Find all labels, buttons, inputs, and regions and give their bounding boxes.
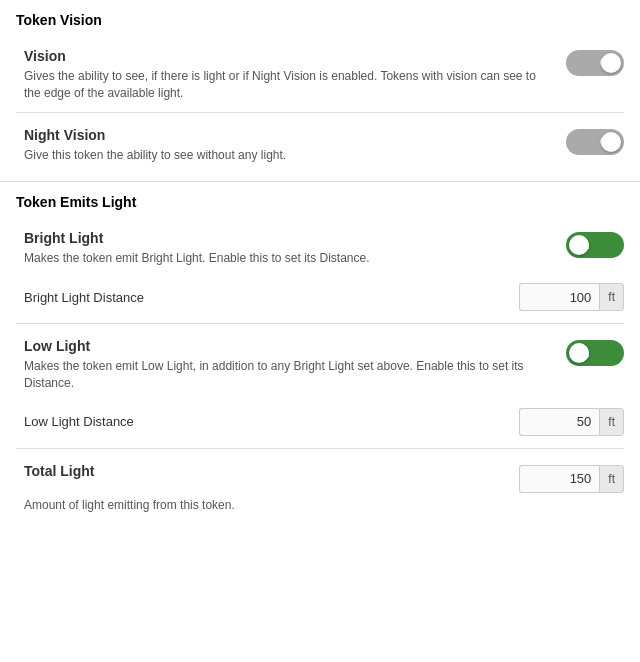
vision-info: Vision Gives the ability to see, if ther… bbox=[24, 48, 566, 102]
total-light-distance-group: ft bbox=[519, 465, 624, 493]
bright-light-setting-row: Bright Light Makes the token emit Bright… bbox=[16, 220, 624, 277]
vision-toggle-container: Off bbox=[566, 50, 624, 76]
bright-light-distance-row: Bright Light Distance ft bbox=[16, 277, 624, 323]
token-emits-light-section: Token Emits Light Bright Light Makes the… bbox=[0, 182, 640, 525]
total-light-description: Amount of light emitting from this token… bbox=[16, 497, 624, 526]
total-light-label: Total Light bbox=[24, 463, 499, 479]
low-light-toggle-knob bbox=[569, 343, 589, 363]
low-light-toggle[interactable]: On bbox=[566, 340, 624, 366]
vision-toggle[interactable]: Off bbox=[566, 50, 624, 76]
night-vision-info: Night Vision Give this token the ability… bbox=[24, 127, 566, 164]
bright-light-toggle-container: On bbox=[566, 232, 624, 258]
night-vision-toggle[interactable]: Off bbox=[566, 129, 624, 155]
low-light-distance-group: ft bbox=[519, 408, 624, 436]
total-light-distance-input[interactable] bbox=[519, 465, 599, 493]
low-light-distance-unit: ft bbox=[599, 408, 624, 436]
night-vision-label: Night Vision bbox=[24, 127, 546, 143]
bright-light-toggle-knob bbox=[569, 235, 589, 255]
low-light-distance-row: Low Light Distance ft bbox=[16, 402, 624, 448]
low-light-distance-input[interactable] bbox=[519, 408, 599, 436]
bright-light-distance-label: Bright Light Distance bbox=[24, 290, 519, 305]
bright-light-toggle[interactable]: On bbox=[566, 232, 624, 258]
token-emits-light-title: Token Emits Light bbox=[16, 194, 624, 210]
vision-toggle-knob bbox=[601, 53, 621, 73]
low-light-info: Low Light Makes the token emit Low Light… bbox=[24, 338, 566, 392]
token-vision-title: Token Vision bbox=[16, 12, 624, 28]
divider-2 bbox=[16, 323, 624, 324]
bright-light-label: Bright Light bbox=[24, 230, 546, 246]
total-light-distance-unit: ft bbox=[599, 465, 624, 493]
vision-setting-row: Vision Gives the ability to see, if ther… bbox=[16, 38, 624, 112]
bright-light-distance-unit: ft bbox=[599, 283, 624, 311]
low-light-toggle-container: On bbox=[566, 340, 624, 366]
bright-light-info: Bright Light Makes the token emit Bright… bbox=[24, 230, 566, 267]
night-vision-description: Give this token the ability to see witho… bbox=[24, 147, 546, 164]
bright-light-description: Makes the token emit Bright Light. Enabl… bbox=[24, 250, 546, 267]
low-light-label: Low Light bbox=[24, 338, 546, 354]
bright-light-distance-input[interactable] bbox=[519, 283, 599, 311]
night-vision-toggle-container: Off bbox=[566, 129, 624, 155]
low-light-description: Makes the token emit Low Light, in addit… bbox=[24, 358, 546, 392]
night-vision-toggle-knob bbox=[601, 132, 621, 152]
divider-3 bbox=[16, 448, 624, 449]
low-light-setting-row: Low Light Makes the token emit Low Light… bbox=[16, 328, 624, 402]
divider-1 bbox=[16, 112, 624, 113]
bright-light-distance-group: ft bbox=[519, 283, 624, 311]
night-vision-setting-row: Night Vision Give this token the ability… bbox=[16, 117, 624, 174]
vision-description: Gives the ability to see, if there is li… bbox=[24, 68, 546, 102]
low-light-distance-label: Low Light Distance bbox=[24, 414, 519, 429]
token-vision-section: Token Vision Vision Gives the ability to… bbox=[0, 0, 640, 173]
total-light-info: Total Light bbox=[24, 463, 519, 483]
vision-label: Vision bbox=[24, 48, 546, 64]
total-light-setting-row: Total Light ft bbox=[16, 453, 624, 497]
